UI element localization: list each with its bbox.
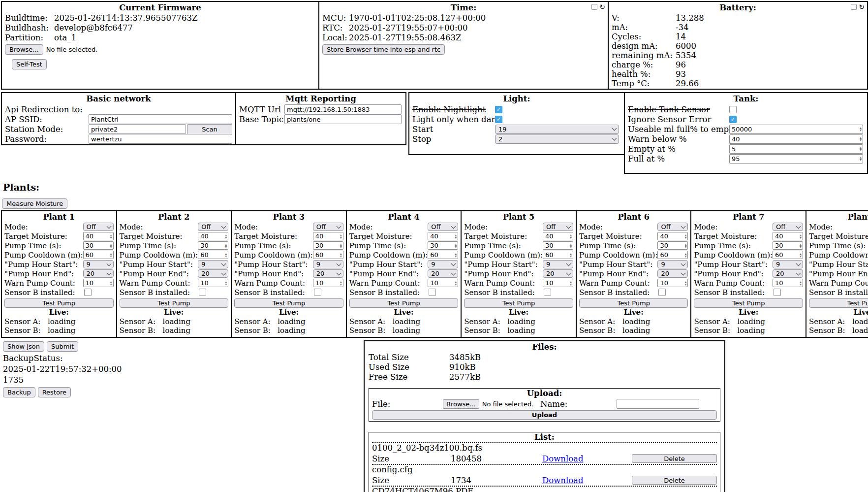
base-topic-input[interactable] [284,114,402,124]
mqtt-url-input[interactable] [284,104,402,114]
warn-below-input[interactable]: 40▴▾ [729,134,863,144]
browse-button[interactable]: Browse... [5,44,43,55]
nightlight-checkbox[interactable] [495,106,502,113]
spinner-icon[interactable]: ▴▾ [800,243,802,248]
pump-hour-end-select[interactable]: 20 [543,269,573,278]
light-only-dark-checkbox[interactable] [495,116,502,123]
warn-pump-count-input[interactable]: 10▴▾ [657,279,688,287]
spinner-icon[interactable]: ▴▾ [340,253,342,258]
spinner-icon[interactable]: ▴▾ [684,253,686,258]
empty-at-input[interactable]: 5▴▾ [729,144,863,154]
spinner-icon[interactable]: ▴▾ [684,234,686,239]
pump-cooldown-input[interactable]: 60▴▾ [428,251,458,259]
test-pump-button[interactable]: Test Pump [809,298,868,308]
warn-pump-count-input[interactable]: 10▴▾ [83,279,114,287]
mode-select[interactable]: Off [198,223,228,231]
spinner-icon[interactable]: ▴▾ [455,243,457,248]
spinner-icon[interactable]: ▴▾ [225,243,227,248]
pump-hour-start-select[interactable]: 9 [313,260,343,268]
mode-select[interactable]: Off [83,223,114,231]
mode-select[interactable]: Off [428,223,458,231]
spinner-icon[interactable]: ▴▾ [800,281,802,286]
test-pump-button[interactable]: Test Pump [694,298,803,308]
station-ssid-input[interactable] [89,124,186,134]
show-json-button[interactable]: Show Json [3,341,44,352]
ap-ssid-input[interactable] [89,114,232,124]
pump-hour-end-select[interactable]: 20 [313,269,343,278]
battery-auto-refresh-checkbox[interactable] [851,4,857,10]
warn-pump-count-input[interactable]: 10▴▾ [198,279,228,287]
pump-cooldown-input[interactable]: 60▴▾ [313,251,343,259]
pump-time-input[interactable]: 30▴▾ [428,241,458,250]
useable-ml-input[interactable]: 50000▴▾ [729,125,863,134]
download-link[interactable]: Download [542,454,632,463]
spinner-icon[interactable]: ▴▾ [110,281,112,286]
sensor-b-checkbox[interactable] [544,289,551,296]
spinner-icon[interactable]: ▴▾ [860,127,862,131]
pump-hour-end-select[interactable]: 20 [657,269,688,278]
warn-pump-count-input[interactable]: 10▴▾ [313,279,343,287]
test-pump-button[interactable]: Test Pump [349,298,459,308]
spinner-icon[interactable]: ▴▾ [570,234,572,239]
upload-name-input[interactable] [617,399,699,409]
measure-moisture-button[interactable]: Measure Moisture [2,198,67,209]
pump-hour-end-select[interactable]: 20 [198,269,228,278]
spinner-icon[interactable]: ▴▾ [800,253,802,258]
test-pump-button[interactable]: Test Pump [4,298,114,308]
spinner-icon[interactable]: ▴▾ [570,253,572,258]
spinner-icon[interactable]: ▴▾ [455,253,457,258]
password-input[interactable] [89,134,232,144]
warn-pump-count-input[interactable]: 10▴▾ [543,279,573,287]
spinner-icon[interactable]: ▴▾ [110,253,112,258]
pump-hour-start-select[interactable]: 9 [543,260,573,268]
target-moisture-input[interactable]: 40▴▾ [83,232,114,240]
test-pump-button[interactable]: Test Pump [120,298,229,308]
target-moisture-input[interactable]: 40▴▾ [657,232,688,240]
submit-button[interactable]: Submit [47,341,78,352]
self-test-button[interactable]: Self-Test [12,59,47,69]
scan-button[interactable]: Scan [187,124,232,134]
spinner-icon[interactable]: ▴▾ [455,281,457,286]
pump-time-input[interactable]: 30▴▾ [773,241,803,250]
spinner-icon[interactable]: ▴▾ [684,281,686,286]
mode-select[interactable]: Off [543,223,573,231]
light-stop-select[interactable]: 2 [495,134,619,144]
store-browser-time-button[interactable]: Store Browser time into esp and rtc [322,44,445,55]
delete-button[interactable]: Delete [632,476,717,485]
spinner-icon[interactable]: ▴▾ [455,234,457,239]
download-link[interactable]: Download [542,476,632,485]
mode-select[interactable]: Off [313,223,343,231]
target-moisture-input[interactable]: 40▴▾ [543,232,573,240]
pump-hour-start-select[interactable]: 9 [657,260,688,268]
mode-select[interactable]: Off [657,223,688,231]
warn-pump-count-input[interactable]: 10▴▾ [773,279,803,287]
pump-hour-end-select[interactable]: 20 [773,269,803,278]
pump-time-input[interactable]: 30▴▾ [313,241,343,250]
pump-hour-start-select[interactable]: 9 [428,260,458,268]
pump-cooldown-input[interactable]: 60▴▾ [657,251,688,259]
pump-hour-start-select[interactable]: 9 [83,260,114,268]
sensor-b-checkbox[interactable] [84,289,92,296]
spinner-icon[interactable]: ▴▾ [684,243,686,248]
delete-button[interactable]: Delete [632,454,717,463]
restore-button[interactable]: Restore [38,387,71,397]
warn-pump-count-input[interactable]: 10▴▾ [428,279,458,287]
pump-cooldown-input[interactable]: 60▴▾ [773,251,803,259]
target-moisture-input[interactable]: 40▴▾ [773,232,803,240]
test-pump-button[interactable]: Test Pump [234,298,343,308]
pump-cooldown-input[interactable]: 60▴▾ [83,251,114,259]
spinner-icon[interactable]: ▴▾ [860,136,862,141]
sensor-b-checkbox[interactable] [658,289,666,296]
refresh-icon[interactable]: ↻ [599,4,605,10]
full-at-input[interactable]: 95▴▾ [729,154,863,164]
upload-browse-button[interactable]: Browse... [443,399,479,409]
spinner-icon[interactable]: ▴▾ [225,234,227,239]
sensor-b-checkbox[interactable] [199,289,206,296]
pump-hour-end-select[interactable]: 20 [83,269,114,278]
tank-sensor-checkbox[interactable] [729,106,737,113]
spinner-icon[interactable]: ▴▾ [340,234,342,239]
pump-time-input[interactable]: 30▴▾ [543,241,573,250]
light-start-select[interactable]: 19 [495,125,619,134]
pump-hour-end-select[interactable]: 20 [428,269,458,278]
ignore-sensor-error-checkbox[interactable] [729,116,737,123]
